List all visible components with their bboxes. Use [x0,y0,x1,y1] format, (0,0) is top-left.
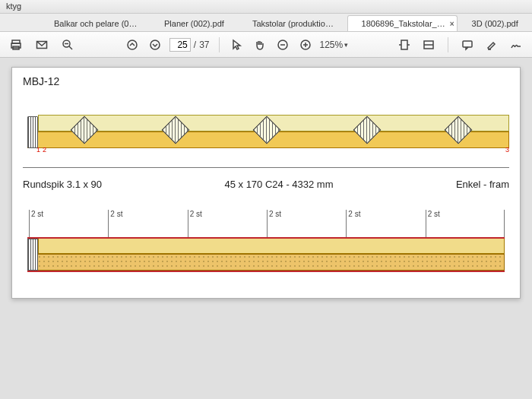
tab-label: Planer (002).pdf [164,19,224,28]
svg-rect-16 [463,41,472,47]
red-line-bot [27,271,505,272]
svg-rect-14 [401,40,407,49]
comment-icon[interactable] [459,36,476,53]
end-post [27,116,38,148]
zoom-plus-icon[interactable] [297,36,314,53]
tab-label: 3D (002).pdf [472,19,518,28]
fit-page-icon[interactable] [420,36,437,53]
chevron-down-icon: ▾ [344,41,348,49]
hand-tool-icon[interactable] [252,36,268,53]
menu-tools[interactable]: ktyg [6,2,21,11]
tab-label: Balkar och pelare (0… [54,19,137,28]
print-icon[interactable] [8,36,24,53]
tab-balkar[interactable]: Balkar och pelare (0… [40,15,150,31]
fit-width-icon[interactable] [396,36,413,53]
zoom-out-icon[interactable] [59,36,76,53]
section1-title: MBJ-12 [23,75,509,87]
pdf-page: MBJ-12 1 2 3 Rundspik 3.1 x 90 45 x 170 … [11,67,521,299]
truss-elevation-2: 2 st2 st2 st2 st2 st2 st [23,210,509,293]
lumber-spec: 45 x 170 C24 - 4332 mm [102,179,456,190]
close-icon[interactable]: × [450,20,454,28]
svg-point-8 [150,40,160,49]
tab-strip: Balkar och pelare (0… Planer (002).pdf T… [0,14,532,32]
page-up-icon[interactable] [124,36,141,53]
toolbar: / 37 125% ▾ [0,32,532,58]
page-down-icon[interactable] [147,36,163,53]
tab-label: 1806896_Takstolar_… [362,19,445,28]
sign-icon[interactable] [508,36,524,53]
tab-3d[interactable]: 3D (002).pdf [458,15,532,31]
red-mark-1: 1 [36,146,40,154]
truss-elevation-1: 1 2 3 [23,92,509,168]
page-indicator: / 37 [169,38,210,52]
separator [219,37,220,52]
red-mark-3: 3 [505,146,509,154]
highlight-icon[interactable] [483,36,500,53]
nail-spec: Rundspik 3.1 x 90 [23,179,102,190]
bottom-chord [27,254,505,271]
page-sep: / [194,40,196,50]
zoom-minus-icon[interactable] [274,36,291,53]
tab-planer[interactable]: Planer (002).pdf [150,15,238,31]
top-chord [38,237,505,254]
menu-bar: ktyg [0,0,532,14]
tab-takstolar-prod[interactable]: Takstolar (produktio… [238,15,347,31]
section2-header: Rundspik 3.1 x 90 45 x 170 C24 - 4332 mm… [23,179,509,190]
red-line-top [27,237,505,239]
svg-line-5 [69,46,72,49]
page-current-input[interactable] [169,38,191,52]
mail-icon[interactable] [33,36,50,53]
tab-1806896-takstolar[interactable]: 1806896_Takstolar_… × [347,15,458,31]
view-label: Enkel - fram [456,179,509,190]
separator [448,37,448,52]
page-total: 37 [199,40,209,50]
select-tool-icon[interactable] [229,36,245,53]
tab-label: Takstolar (produktio… [252,19,334,28]
end-post [27,239,38,271]
document-canvas[interactable]: MBJ-12 1 2 3 Rundspik 3.1 x 90 45 x 170 … [0,58,532,399]
red-mark-2: 2 [43,146,46,154]
svg-point-7 [128,40,137,49]
zoom-value[interactable]: 125% ▾ [320,40,349,50]
